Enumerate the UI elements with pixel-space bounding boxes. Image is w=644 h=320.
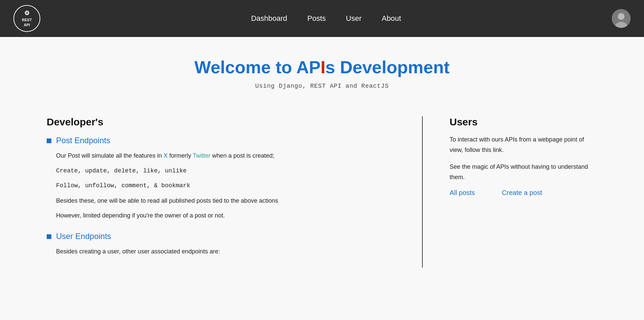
users-actions: All posts Create a post — [450, 189, 597, 197]
user-endpoints-desc1: Besides creating a user, other user asso… — [56, 246, 402, 257]
svg-point-1 — [618, 13, 625, 20]
nav-link-posts[interactable]: Posts — [307, 14, 326, 23]
users-desc-1: To interact with ours APIs from a webpag… — [450, 134, 597, 155]
developers-section-title: Developer's — [47, 116, 402, 128]
logo-text-rest: REST — [22, 18, 32, 22]
code-line-1: Create, update, delete, like, unlike — [56, 166, 402, 176]
users-section-title: Users — [450, 116, 597, 128]
user-endpoints-link[interactable]: User Endpoints — [56, 232, 111, 241]
hero-section: Welcome to APIs Development Using Django… — [0, 37, 644, 103]
nav-link-about[interactable]: About — [382, 14, 401, 23]
nav-item-dashboard[interactable]: Dashboard — [251, 14, 287, 23]
post-endpoints-link[interactable]: Post Endpoints — [56, 136, 110, 145]
gear-icon: ⚙ — [24, 10, 30, 17]
code-line-2: Follow, unfollow, comment, & bookmark — [56, 181, 402, 191]
x-link[interactable]: X — [164, 152, 168, 159]
bullet-icon — [47, 138, 51, 143]
twitter-link[interactable]: Twitter — [193, 152, 211, 159]
hero-subtitle: Using Django, REST API and ReactJS — [7, 83, 637, 89]
avatar[interactable] — [612, 9, 631, 28]
post-endpoints-desc3: However, limited depending if you're the… — [56, 210, 402, 221]
logo-text-api: API — [24, 23, 30, 27]
post-endpoints-item: Post Endpoints Our Post will simulate al… — [47, 136, 402, 221]
post-endpoints-desc1: Our Post will simulate all the features … — [56, 151, 402, 161]
nav-link-dashboard[interactable]: Dashboard — [251, 14, 287, 23]
nav-link-user[interactable]: User — [346, 14, 361, 23]
post-endpoints-body: Our Post will simulate all the features … — [47, 151, 402, 221]
users-desc-2: See the magic of APIs without having to … — [450, 162, 597, 182]
nav-item-posts[interactable]: Posts — [307, 14, 326, 23]
left-column: Developer's Post Endpoints Our Post will… — [47, 116, 423, 268]
nav-item-about[interactable]: About — [382, 14, 401, 23]
hero-dot: I — [321, 57, 325, 77]
user-endpoints-item: User Endpoints Besides creating a user, … — [47, 232, 402, 257]
hero-title: Welcome to APIs Development — [194, 57, 450, 77]
all-posts-link[interactable]: All posts — [450, 189, 475, 197]
nav-item-user[interactable]: User — [346, 14, 361, 23]
create-post-link[interactable]: Create a post — [502, 189, 542, 197]
nav-links: Dashboard Posts User About — [251, 14, 401, 23]
avatar-image — [612, 9, 631, 28]
post-endpoints-heading: Post Endpoints — [47, 136, 402, 145]
post-endpoints-desc2: Besides these, one will be able to read … — [56, 196, 402, 206]
right-column: Users To interact with ours APIs from a … — [423, 116, 597, 268]
user-endpoints-body: Besides creating a user, other user asso… — [47, 246, 402, 257]
user-endpoints-heading: User Endpoints — [47, 232, 402, 241]
logo[interactable]: ⚙ REST API — [13, 5, 40, 32]
main-content: Developer's Post Endpoints Our Post will… — [20, 116, 624, 268]
bullet-icon-2 — [47, 234, 51, 239]
navbar: ⚙ REST API Dashboard Posts User About — [0, 0, 644, 37]
